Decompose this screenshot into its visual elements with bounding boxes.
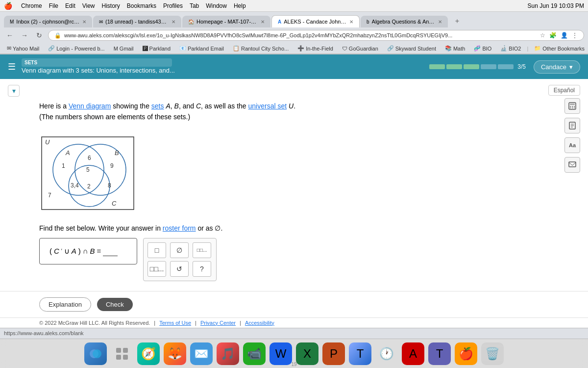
- universal-set-link[interactable]: universal set: [248, 102, 287, 110]
- more-icon[interactable]: ⋮: [572, 32, 578, 39]
- bookmark-bio[interactable]: 🧬 BIO: [471, 44, 494, 53]
- symbol-empty-set[interactable]: ∅: [170, 242, 189, 258]
- menu-toggle[interactable]: ☰: [8, 61, 16, 72]
- bookmark-yahoo[interactable]: ✉ Yahoo Mail: [4, 44, 42, 53]
- tab-gmail-close[interactable]: ✕: [82, 19, 86, 25]
- bookmark-other[interactable]: 📁 Other Bookmarks: [531, 44, 588, 53]
- notepad-tool[interactable]: [564, 118, 580, 133]
- page-wrapper: ☰ SETS Venn diagram with 3 sets: Unions,…: [0, 54, 588, 328]
- account-icon[interactable]: 👤: [561, 32, 568, 39]
- user-menu-button[interactable]: Candace ▾: [534, 60, 580, 74]
- tab-bar: M Inbox (2) - cjohnson@rcs137.c ✕ ✉ (18 …: [0, 12, 588, 27]
- dock-teams[interactable]: T: [428, 342, 451, 365]
- expression-union: ∪: [64, 247, 70, 256]
- bookmark-login[interactable]: 🔗 Login - Powered b...: [45, 44, 107, 53]
- menu-edit[interactable]: Edit: [65, 2, 75, 9]
- expand-button[interactable]: ▾: [8, 85, 20, 97]
- espanol-button[interactable]: Español: [548, 85, 580, 96]
- question-area: Here is a Venn diagram showing the sets …: [0, 101, 588, 281]
- chevron-down-icon: ▾: [569, 63, 573, 71]
- parkland-email-icon: 📧: [179, 45, 186, 52]
- bookmark-rantoul[interactable]: 📋 Rantoul City Scho...: [230, 44, 292, 53]
- dock-mail[interactable]: ✉️: [190, 342, 213, 365]
- roster-form-link[interactable]: roster form: [163, 224, 196, 232]
- menu-bookmarks[interactable]: Bookmarks: [127, 2, 156, 9]
- system-time: Sun Jun 19 10:03 PM: [528, 2, 584, 9]
- dock-clock[interactable]: 🕐: [375, 342, 398, 365]
- bookmark-infield[interactable]: ➕ In-the-Field: [294, 44, 336, 53]
- progress-text: 3/5: [517, 63, 526, 70]
- privacy-center-link[interactable]: Privacy Center: [200, 320, 236, 326]
- expression-C: C: [54, 247, 59, 255]
- venn-diagram-link[interactable]: Venn diagram: [69, 102, 111, 110]
- page-title: Venn diagram with 3 sets: Unions, inters…: [22, 67, 175, 75]
- tab-algebra-close[interactable]: ✕: [438, 19, 442, 25]
- dock-trash[interactable]: 🗑️: [481, 342, 504, 365]
- bookmark-skyward[interactable]: 🔗 Skyward Student: [384, 44, 439, 53]
- tab-homepage[interactable]: 🏠 Homepage - MAT-107-251W_ ✕: [182, 16, 270, 27]
- dock-tutor[interactable]: T: [349, 342, 371, 365]
- dock-finder[interactable]: [84, 342, 107, 365]
- menu-view[interactable]: View: [82, 2, 95, 9]
- menu-history[interactable]: History: [102, 2, 120, 9]
- dock-safari[interactable]: 🧭: [137, 342, 160, 365]
- reload-button[interactable]: ↻: [33, 29, 45, 41]
- dock-facetime[interactable]: 📹: [243, 342, 266, 365]
- tab-tandiss-close[interactable]: ✕: [172, 19, 175, 25]
- bookmark-goguardian[interactable]: 🛡 GoGuardian: [339, 45, 381, 53]
- dock-launchpad[interactable]: [111, 342, 133, 365]
- terms-of-use-link[interactable]: Terms of Use: [159, 320, 191, 326]
- homepage-favicon: 🏠: [188, 19, 194, 25]
- sets-link[interactable]: sets: [151, 102, 164, 110]
- back-button[interactable]: ←: [4, 29, 16, 41]
- mac-menubar: 🍎 Chrome File Edit View History Bookmark…: [0, 0, 588, 12]
- symbol-help[interactable]: ?: [193, 261, 211, 277]
- dock-acrobat[interactable]: A: [402, 342, 424, 365]
- address-bar[interactable]: 🔒 www-awu.aleks.com/alekscgi/x/lsl.exe/1…: [48, 30, 584, 41]
- bookmark-bio2[interactable]: 🔬 BIO2: [497, 44, 524, 53]
- bookmark-math[interactable]: 📚 Math: [442, 44, 468, 53]
- font-tool[interactable]: Aa: [564, 137, 580, 153]
- menu-help[interactable]: Help: [234, 2, 246, 9]
- calculator-tool[interactable]: [564, 98, 580, 114]
- bookmark-parkland-email[interactable]: 📧 Parkland Email: [176, 44, 227, 53]
- tab-gmail[interactable]: M Inbox (2) - cjohnson@rcs137.c ✕: [4, 16, 92, 27]
- symbol-close[interactable]: □□...: [147, 261, 166, 277]
- dock-powerpoint[interactable]: P: [322, 342, 345, 365]
- tab-aleks[interactable]: A ALEKS - Candace Johnson - L ✕: [271, 15, 360, 27]
- tab-homepage-label: Homepage - MAT-107-251W_: [196, 19, 258, 25]
- menu-chrome[interactable]: Chrome: [21, 2, 42, 9]
- forward-button[interactable]: →: [19, 29, 30, 41]
- dock-app2[interactable]: 🍎: [455, 342, 477, 365]
- symbol-undo[interactable]: ↺: [170, 261, 189, 277]
- dock-firefox[interactable]: 🦊: [164, 342, 186, 365]
- symbol-ellipsis[interactable]: □□...: [193, 242, 211, 258]
- bottom-bar: Explanation Check: [0, 291, 588, 317]
- svg-text:1: 1: [62, 162, 65, 169]
- dock-excel[interactable]: X: [296, 342, 318, 365]
- bookmark-parkland[interactable]: 🅿 Parkland: [140, 45, 173, 53]
- dock-word[interactable]: W: [270, 342, 292, 365]
- extension-icon[interactable]: 🧩: [549, 32, 557, 39]
- bookmark-star-icon[interactable]: ☆: [540, 32, 545, 39]
- tab-aleks-close[interactable]: ✕: [349, 19, 353, 25]
- check-button[interactable]: Check: [97, 298, 133, 311]
- symbol-set-bracket[interactable]: □: [147, 242, 166, 258]
- bookmark-gmail[interactable]: M Gmail: [111, 45, 137, 53]
- apple-menu[interactable]: 🍎: [4, 2, 12, 10]
- new-tab-button[interactable]: ＋: [449, 15, 466, 27]
- explanation-button[interactable]: Explanation: [39, 297, 91, 312]
- tab-tandiss[interactable]: ✉ (18 unread) - tandiss43@yaho ✕: [93, 16, 181, 27]
- skyward-label: Skyward Student: [395, 46, 436, 52]
- accessibility-link[interactable]: Accessibility: [245, 320, 274, 326]
- tab-homepage-close[interactable]: ✕: [261, 19, 265, 25]
- menu-file[interactable]: File: [49, 2, 58, 9]
- tab-algebra[interactable]: b Algebra Questions & Answers ✕: [361, 16, 448, 27]
- message-tool[interactable]: [564, 157, 580, 173]
- dock-music[interactable]: 🎵: [217, 342, 239, 365]
- menu-profiles[interactable]: Profiles: [163, 2, 183, 9]
- menu-tab[interactable]: Tab: [190, 2, 199, 9]
- user-name: Candace: [541, 63, 566, 71]
- menu-window[interactable]: Window: [206, 2, 227, 9]
- answer-input[interactable]: [103, 246, 118, 256]
